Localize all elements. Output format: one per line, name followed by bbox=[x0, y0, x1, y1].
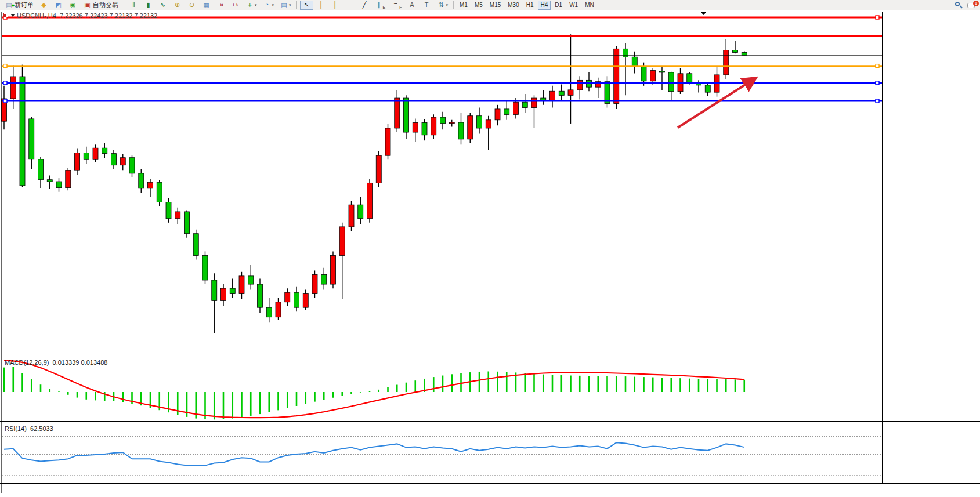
tf-m30-button[interactable]: M30 bbox=[505, 1, 522, 10]
candlestick bbox=[93, 148, 98, 159]
channel-tool-button[interactable]: ∥E bbox=[373, 1, 388, 10]
candlestick bbox=[550, 91, 555, 101]
templates-button[interactable]: ▤▾ bbox=[277, 1, 294, 10]
line-anchor-handle[interactable] bbox=[876, 81, 879, 85]
bar-chart-type-icon: ‖ bbox=[129, 1, 138, 9]
candlestick bbox=[157, 182, 162, 202]
candlestick bbox=[614, 49, 619, 103]
text-tool-button[interactable]: A bbox=[406, 1, 419, 10]
notifications-badge: 1 bbox=[973, 1, 979, 6]
rsi-label: RSI(14) 62.5033 bbox=[5, 425, 53, 432]
candlestick bbox=[20, 77, 25, 186]
line-anchor-handle[interactable] bbox=[876, 16, 879, 19]
line-anchor-handle[interactable] bbox=[3, 64, 7, 68]
dropdown-arrow-icon[interactable]: ▾ bbox=[289, 3, 291, 8]
candlestick bbox=[568, 90, 573, 95]
vertical-line-tool-icon: │ bbox=[331, 1, 340, 9]
candlestick bbox=[212, 280, 217, 300]
horizontal-line-tool-button[interactable]: ─ bbox=[343, 1, 357, 10]
chart-wizard-icon[interactable]: ◆ bbox=[37, 1, 50, 10]
search-icon[interactable] bbox=[954, 1, 963, 9]
candlestick bbox=[522, 102, 527, 107]
tf-m5-button[interactable]: M5 bbox=[472, 1, 486, 10]
dropdown-arrow-icon[interactable]: ▾ bbox=[446, 3, 449, 8]
dropdown-arrow-icon[interactable]: ▾ bbox=[255, 3, 257, 8]
line-anchor-handle[interactable] bbox=[876, 64, 879, 68]
fibonacci-tool-button[interactable]: ≡F bbox=[389, 1, 404, 10]
candlestick bbox=[531, 98, 537, 108]
tf-m1-button[interactable]: M1 bbox=[457, 1, 471, 10]
toolbar-separator bbox=[296, 1, 297, 9]
indicators-button[interactable]: ＋▾ bbox=[243, 1, 259, 10]
label-tool-button[interactable]: T bbox=[420, 1, 433, 10]
bar-chart-type-button[interactable]: ‖ bbox=[127, 1, 140, 10]
candlestick bbox=[733, 50, 738, 52]
candlestick bbox=[276, 302, 281, 317]
tf-w1-button[interactable]: W1 bbox=[566, 1, 581, 10]
candlestick bbox=[221, 288, 226, 300]
candlestick bbox=[385, 128, 390, 155]
arrows-tool-button[interactable]: ⇅▾ bbox=[435, 1, 451, 10]
vertical-line-tool-button[interactable]: │ bbox=[329, 1, 342, 10]
candlestick bbox=[623, 49, 628, 57]
market-watch-icon[interactable]: ◩ bbox=[52, 1, 65, 10]
dropdown-arrow-icon[interactable]: ▾ bbox=[272, 3, 274, 8]
indicators-icon: ＋ bbox=[245, 1, 254, 9]
tf-m15-button[interactable]: M15 bbox=[487, 1, 504, 10]
chart-area[interactable] bbox=[0, 0, 980, 497]
line-anchor-handle[interactable] bbox=[876, 99, 879, 103]
signals-icon[interactable]: ◉ bbox=[66, 1, 79, 10]
chart-menu-arrow-icon[interactable] bbox=[10, 14, 15, 17]
chart-shift-button[interactable]: ↦ bbox=[229, 1, 242, 10]
tf-h4-button[interactable]: H4 bbox=[538, 1, 551, 10]
toolbar-separator bbox=[124, 1, 124, 9]
candlestick bbox=[248, 276, 254, 284]
new-order-icon: ▤+ bbox=[5, 1, 13, 9]
horizontal-line-tool-icon: ─ bbox=[346, 1, 355, 9]
tf-h1-button[interactable]: H1 bbox=[523, 1, 537, 10]
candlestick bbox=[632, 57, 637, 66]
periods-button[interactable]: ◔▾ bbox=[261, 1, 277, 10]
autotrading-button-label: 自动交易 bbox=[93, 1, 118, 9]
chart-title: USDCNH-,H4 7.22326 7.22423 7.22132 7.221… bbox=[17, 12, 157, 19]
trendline-tool-button[interactable]: ╱ bbox=[358, 1, 371, 10]
toolbar-standard-group: ▤+新订单◆◩◉▣自动交易 bbox=[2, 0, 121, 10]
candlestick bbox=[294, 292, 299, 307]
new-order-button[interactable]: ▤+新订单 bbox=[2, 1, 36, 10]
tile-windows-button[interactable]: ▦ bbox=[200, 1, 213, 10]
crosshair-tool-icon: ┼ bbox=[317, 1, 326, 9]
candlestick bbox=[239, 276, 244, 294]
notifications-icon[interactable]: 1 bbox=[967, 2, 977, 9]
plus-icon: + bbox=[12, 2, 15, 10]
macd-name: MACD(12,26,9) bbox=[5, 359, 49, 366]
cursor-tool-button[interactable]: ↖ bbox=[300, 1, 313, 10]
auto-scroll-button[interactable]: ↠ bbox=[214, 1, 227, 10]
autotrading-button[interactable]: ▣自动交易 bbox=[81, 1, 121, 10]
line-anchor-handle[interactable] bbox=[3, 99, 7, 103]
candlestick bbox=[185, 212, 190, 234]
candlestick bbox=[10, 77, 16, 99]
tf-mn-button[interactable]: MN bbox=[582, 1, 597, 10]
candlestick bbox=[486, 120, 491, 128]
macd-label: MACD(12,26,9) 0.013339 0.013488 bbox=[5, 359, 107, 366]
line-anchor-handle[interactable] bbox=[3, 81, 7, 85]
candlestick bbox=[395, 98, 400, 128]
auto-scroll-icon: ↠ bbox=[216, 1, 225, 9]
candlestick-chart-type-button[interactable]: ▮ bbox=[142, 1, 155, 10]
tile-windows-icon: ▦ bbox=[202, 1, 211, 9]
candlestick bbox=[724, 50, 729, 74]
candlestick bbox=[358, 205, 363, 219]
line-chart-type-button[interactable]: ∿ bbox=[156, 1, 169, 10]
zoom-in-button[interactable]: ⊕ bbox=[171, 1, 184, 10]
crosshair-tool-button[interactable]: ┼ bbox=[314, 1, 328, 10]
candlestick bbox=[38, 159, 44, 180]
zoom-out-button[interactable]: ⊖ bbox=[185, 1, 198, 10]
toolbar-timeframe-group: M1M5M15M30H1H4D1W1MN bbox=[456, 0, 598, 10]
line-chart-type-icon: ∿ bbox=[158, 1, 167, 9]
chart-wizard-icon-icon: ◆ bbox=[39, 1, 48, 9]
chart-title-ohlc: 7.22326 7.22423 7.22132 7.22132 bbox=[60, 12, 157, 19]
text-tool-icon: A bbox=[408, 1, 417, 9]
candlestick bbox=[75, 153, 80, 170]
channel-tool-icon: ∥ bbox=[375, 1, 384, 9]
tf-d1-button[interactable]: D1 bbox=[552, 1, 565, 10]
